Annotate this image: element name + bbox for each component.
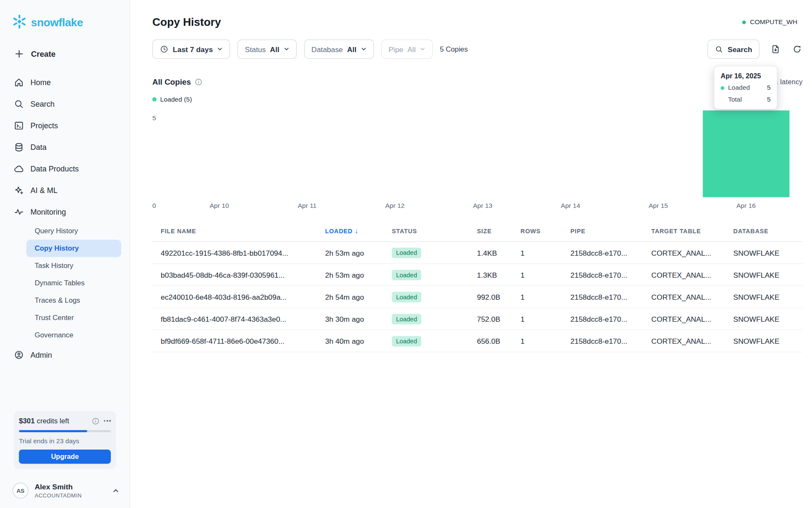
tooltip-row-label: Loaded [728,84,767,91]
search-icon [14,99,24,109]
chart-column [527,110,614,197]
status-filter[interactable]: Status All [238,39,297,59]
credits-overflow-menu-icon[interactable] [104,420,111,421]
copies-chart-section: All Copies Duration & latency Loaded (5)… [152,77,803,210]
sidebar-subitem-trust-center[interactable]: Trust Center [0,309,130,326]
info-icon[interactable] [195,78,202,85]
chart-x-cells: Apr 10Apr 11Apr 12Apr 13Apr 14Apr 15Apr … [176,202,790,209]
cell-status: Loaded [384,264,469,286]
cell-pipe: 2158dcc8-e170... [562,308,643,330]
chevron-down-icon [217,46,223,52]
sidebar-subitem-dynamic-tables[interactable]: Dynamic Tables [0,274,130,292]
sidebar-subitem-traces-logs[interactable]: Traces & Logs [0,292,130,309]
legend-dot [152,97,156,102]
chevron-down-icon [361,46,367,52]
status-badge: Loaded [392,247,422,258]
home-icon [14,77,24,88]
main-content: Copy History COMPUTE_WH Last 7 days Stat… [130,0,812,508]
column-header-target-table[interactable]: TARGET TABLE [643,222,725,242]
table-row[interactable]: ec240010-6e48-403d-8196-aa2b09a... 2h 54… [152,286,803,308]
database-filter-label: Database [311,45,343,53]
table-header-row: FILE NAME LOADED↓ STATUS SIZE ROWS PIPE … [152,222,803,242]
chart-plot [176,110,790,197]
legend-label: Loaded (5) [160,96,192,103]
column-header-database[interactable]: DATABASE [725,222,803,242]
column-header-status[interactable]: STATUS [384,222,469,242]
brand-logo[interactable]: snowflake [0,14,130,31]
export-icon[interactable] [770,43,781,55]
database-filter[interactable]: Database All [304,39,374,59]
cell-target-table: CORTEX_ANAL... [643,308,725,330]
create-button[interactable]: Create [0,48,130,59]
sidebar-item-search[interactable]: Search [0,93,130,115]
cell-status: Loaded [384,286,469,308]
refresh-icon[interactable] [791,43,802,55]
cell-file-name: ec240010-6e48-403d-8196-aa2b09a... [152,286,317,308]
user-menu[interactable]: AS Alex Smith ACCOUNTADMIN [0,476,130,508]
sidebar-item-ai-ml[interactable]: AI & ML [0,179,130,201]
cell-rows: 1 [512,330,562,352]
search-button-label: Search [728,45,752,53]
status-badge: Loaded [392,336,422,346]
copy-history-table: FILE NAME LOADED↓ STATUS SIZE ROWS PIPE … [152,222,803,352]
time-range-filter[interactable]: Last 7 days [152,39,230,59]
search-button[interactable]: Search [708,39,760,59]
user-role: ACCOUNTADMIN [35,492,82,499]
avatar: AS [13,483,28,498]
column-header-file-name[interactable]: FILE NAME [152,222,317,242]
sidebar-subitem-query-history[interactable]: Query History [0,222,130,240]
search-icon [715,45,724,53]
sidebar-item-label: Projects [30,121,58,130]
create-label: Create [31,49,55,58]
sidebar-item-monitoring[interactable]: Monitoring [0,201,130,222]
cell-pipe: 2158dcc8-e170... [562,286,643,308]
cell-rows: 1 [512,264,562,286]
sidebar-item-home[interactable]: Home [0,72,130,93]
table-row[interactable]: 492201cc-1915-4386-8fb1-bb017094... 2h 5… [152,242,803,264]
cell-loaded: 3h 30m ago [317,308,384,330]
chart-column [176,110,263,197]
sidebar-item-data[interactable]: Data [0,136,130,158]
tooltip-row-label: Total [728,96,767,103]
sidebar-item-admin[interactable]: Admin [0,344,130,365]
sidebar-subitem-copy-history[interactable]: Copy History [26,240,121,257]
chart-column [702,110,790,197]
cell-target-table: CORTEX_ANAL... [643,264,725,286]
chart-x-tick: Apr 13 [439,202,527,209]
status-filter-value: All [270,45,279,53]
credits-info-icon[interactable] [92,417,99,425]
chart-y-axis: 5 [152,110,176,197]
column-header-pipe[interactable]: PIPE [562,222,643,242]
chart-x-tick: Apr 10 [176,202,263,209]
chart-bar[interactable] [702,110,790,197]
column-header-loaded[interactable]: LOADED↓ [317,222,384,242]
table-row[interactable]: fb81dac9-c461-4007-8f74-4363a3e0... 3h 3… [152,308,803,330]
table-row[interactable]: b03bad45-08db-46ca-839f-0305961... 2h 53… [152,264,803,286]
table-row[interactable]: bf9df669-658f-4711-86e6-00e47360... 3h 4… [152,330,803,352]
credits-progress-bar [19,430,111,432]
sidebar-item-label: Search [30,99,55,108]
plus-icon [14,48,24,59]
cell-rows: 1 [512,242,562,264]
cell-loaded: 2h 53m ago [317,242,384,264]
warehouse-selector[interactable]: COMPUTE_WH [742,18,803,25]
chart-column [351,110,439,197]
status-badge: Loaded [392,314,422,324]
sidebar-subitem-governance[interactable]: Governance [0,326,130,344]
pipe-filter[interactable]: Pipe All [381,39,433,59]
chart-x-tick: Apr 15 [614,202,702,209]
trial-note: Trial ends in 23 days [19,437,111,444]
cell-pipe: 2158dcc8-e170... [562,330,643,352]
warehouse-name: COMPUTE_WH [750,18,797,25]
sparkles-icon [14,185,24,196]
upgrade-button[interactable]: Upgrade [19,450,111,464]
sidebar-item-data-products[interactable]: Data Products [0,158,130,179]
sidebar-subitem-task-history[interactable]: Task History [0,257,130,274]
column-header-size[interactable]: SIZE [469,222,512,242]
y-tick-max: 5 [152,115,176,122]
tooltip-loaded-dot [721,86,724,90]
column-header-rows[interactable]: ROWS [512,222,562,242]
sidebar-item-label: AI & ML [30,186,58,194]
sidebar-item-projects[interactable]: Projects [0,115,130,136]
time-range-value: Last 7 days [173,45,213,53]
